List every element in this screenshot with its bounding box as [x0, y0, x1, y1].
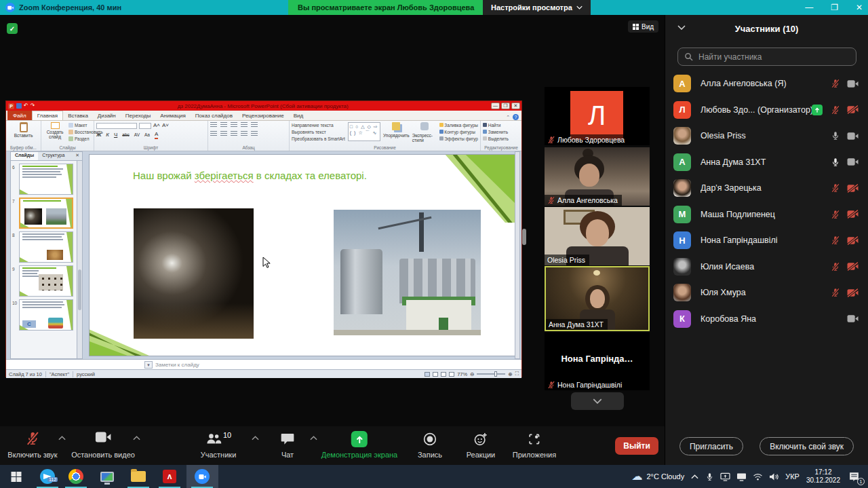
search-input[interactable]	[697, 52, 856, 62]
numbering-icon[interactable]	[220, 122, 227, 128]
save-icon[interactable]	[16, 103, 22, 109]
bold-button[interactable]: Ж	[96, 132, 101, 138]
action-center-icon[interactable]: 1	[848, 471, 860, 483]
share-screen-button[interactable]: Демонстрация экрана	[321, 431, 397, 459]
participant-row[interactable]: Н Нона Гапріндашвілі	[665, 227, 868, 254]
bullets-icon[interactable]	[210, 122, 217, 128]
sorter-view-icon[interactable]	[433, 372, 438, 377]
tray-mic-icon[interactable]	[705, 472, 714, 481]
participant-row[interactable]: М Маша Подлипенец	[665, 202, 868, 228]
help-icon[interactable]: ?	[513, 114, 519, 120]
shape-effects-button[interactable]: Эффекты фигур	[439, 136, 478, 143]
slide-thumb-10[interactable]: 10 C	[19, 299, 77, 331]
tab-insert[interactable]: Вставка	[63, 111, 93, 120]
chat-button[interactable]: Чат	[281, 431, 295, 459]
slideshow-view-icon[interactable]	[449, 372, 454, 377]
shared-screen-scrollbar[interactable]	[522, 229, 526, 245]
fit-slide-icon[interactable]: ⛶	[515, 371, 519, 377]
align-center-icon[interactable]	[220, 131, 227, 136]
zoom-in-icon[interactable]: ⊕	[508, 371, 512, 377]
stop-video-button[interactable]: Остановить видео	[71, 431, 135, 459]
chat-options-caret[interactable]	[310, 436, 317, 440]
reading-view-icon[interactable]	[441, 372, 446, 377]
participant-row[interactable]: А Алла Ангеловська (Я)	[665, 71, 868, 97]
slide-thumb-7-selected[interactable]: 7	[19, 198, 77, 229]
participant-row[interactable]: Olesia Priss	[665, 123, 868, 149]
align-right-icon[interactable]	[231, 131, 237, 136]
align-left-icon[interactable]	[210, 131, 217, 136]
mic-options-caret[interactable]	[58, 436, 66, 440]
shape-outline-button[interactable]: Контур фигуры	[439, 129, 478, 136]
paste-button[interactable]: Вставить	[8, 122, 39, 138]
tab-animations[interactable]: Анимация	[155, 111, 191, 120]
tab-home[interactable]: Главная	[32, 111, 63, 120]
font-size-box[interactable]	[139, 123, 151, 129]
video-tile-lyubov[interactable]: Л Любовь Здоровцева	[545, 87, 650, 145]
current-slide[interactable]: Наш врожай зберігаеться в складах та еле…	[89, 154, 516, 356]
undo-icon[interactable]: ↶	[24, 103, 28, 109]
taskbar-telegram-icon[interactable]: 112	[40, 465, 55, 488]
search-participant-box[interactable]	[677, 48, 856, 66]
tab-design[interactable]: Дизайн	[93, 111, 121, 120]
align-text-button[interactable]: Выровнять текст	[292, 129, 345, 136]
taskbar-chrome-icon[interactable]	[68, 465, 83, 488]
thumbnails-scrollbar[interactable]	[77, 161, 82, 358]
change-case-button[interactable]: Aa	[144, 132, 150, 138]
weather-text[interactable]: 2°C Cloudy	[646, 472, 684, 481]
participant-row[interactable]: Л Любовь Здо... (Организатор)	[665, 97, 868, 124]
strikethrough-button[interactable]: abc	[122, 132, 129, 138]
weather-icon[interactable]: ☁	[631, 471, 642, 482]
tray-monitor-icon[interactable]	[736, 472, 747, 481]
underline-button[interactable]: Ч	[114, 132, 117, 138]
indent-decrease-icon[interactable]	[231, 122, 237, 128]
language-indicator[interactable]: русский	[77, 371, 95, 377]
view-settings-button[interactable]: Настройки просмотра	[483, 0, 591, 15]
speaker-icon[interactable]	[769, 472, 779, 481]
convert-smartart-button[interactable]: Преобразовать в SmartArt	[292, 136, 345, 143]
quick-access-toolbar[interactable]: P ↶ ↷	[8, 103, 35, 109]
participants-button[interactable]: 10 Участники	[201, 431, 237, 459]
wifi-icon[interactable]	[753, 473, 763, 481]
keyboard-language[interactable]: УКР	[785, 472, 800, 481]
video-tile-nona[interactable]: Нона Гапрінда… Нона Гапріндашвілі	[545, 333, 650, 390]
participant-row[interactable]: А Анна Дума 31ХТ	[665, 149, 868, 176]
ppt-restore-button[interactable]: ❐	[501, 102, 510, 109]
zoom-out-icon[interactable]: ⊖	[470, 371, 474, 377]
unmute-button[interactable]: Включить звук	[7, 431, 57, 459]
ppt-minimize-button[interactable]: —	[491, 102, 500, 109]
redo-icon[interactable]: ↷	[31, 103, 35, 109]
shape-fill-button[interactable]: Заливка фигуры	[439, 122, 478, 129]
minimize-button[interactable]: —	[805, 3, 813, 12]
participant-row[interactable]: К Коробова Яна	[665, 306, 868, 333]
start-button[interactable]	[12, 465, 22, 488]
minimize-ribbon-icon[interactable]: ⌃	[506, 115, 510, 120]
normal-view-icon[interactable]	[425, 372, 430, 377]
replace-button[interactable]: Заменить	[483, 130, 508, 134]
ppt-close-button[interactable]: ✕	[511, 102, 520, 109]
video-tile-anna[interactable]: Анна Дума 31ХТ	[545, 266, 650, 331]
font-color-button[interactable]: A	[155, 131, 158, 139]
invite-button[interactable]: Пригласить	[679, 437, 743, 455]
notes-pane[interactable]: ▼ Заметки к слайду	[6, 359, 521, 369]
tab-view[interactable]: Вид	[289, 111, 308, 120]
font-name-box[interactable]	[96, 123, 137, 129]
video-options-caret[interactable]	[133, 436, 140, 440]
warehouse-photo[interactable]	[134, 208, 254, 339]
shapes-gallery[interactable]: □ ○ △ ◇ ⇨ ( ) ☆ ⌒ ∿	[348, 122, 380, 141]
leave-meeting-button[interactable]: Выйти	[615, 437, 658, 455]
slide-thumb-9[interactable]: 9	[19, 265, 77, 297]
zoom-slider[interactable]	[477, 373, 505, 375]
reactions-button[interactable]: Реакции	[467, 431, 496, 459]
new-slide-button[interactable]: Создать слайд	[43, 122, 66, 142]
record-button[interactable]: Запись	[418, 431, 442, 459]
arrange-button[interactable]: Упорядочить	[383, 122, 410, 143]
columns-icon[interactable]	[251, 131, 258, 136]
grow-font-button[interactable]: A˄	[153, 122, 160, 129]
powerpoint-titlebar[interactable]: P ↶ ↷ дз 2022ДумаАнна - Microsoft PowerP…	[6, 101, 521, 111]
tab-transitions[interactable]: Переходы	[121, 111, 156, 120]
line-spacing-icon[interactable]	[251, 122, 258, 128]
notes-splitter-icon[interactable]: ▼	[144, 361, 153, 369]
grain-elevator-photo[interactable]	[334, 210, 481, 335]
tab-review[interactable]: Рецензирование	[237, 111, 289, 120]
indent-increase-icon[interactable]	[241, 122, 248, 128]
